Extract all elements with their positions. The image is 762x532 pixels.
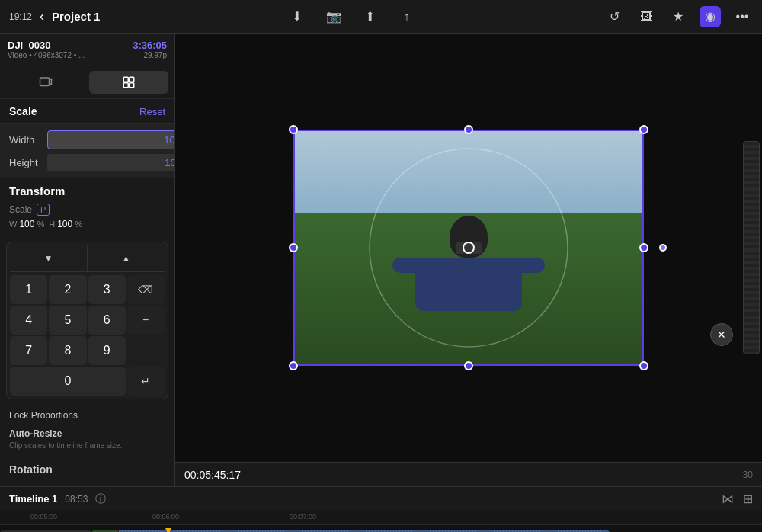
top-bar-center: ⬇ 📷 ⬆ ↑ <box>287 6 418 27</box>
handle-bottom-center[interactable] <box>464 361 473 370</box>
numpad-key-7[interactable]: 7 <box>10 336 47 365</box>
more-icon[interactable]: ••• <box>732 6 753 27</box>
scale-label: Scale <box>9 105 37 117</box>
photo-icon[interactable]: 🖼 <box>636 6 657 27</box>
timeline-icons: ⋈ ⊞ <box>722 492 753 506</box>
transform-tab[interactable] <box>89 71 169 94</box>
effects-icon[interactable]: ◉ <box>700 6 721 27</box>
ruler-mark-1: 00:05:00 <box>30 513 57 521</box>
video-tab[interactable] <box>6 71 86 94</box>
h-value: 100 <box>57 219 72 229</box>
scale-sub-label: Scale <box>9 204 32 215</box>
timeline-header: Timeline 1 08:53 ⓘ ⋈ ⊞ <box>0 487 762 511</box>
left-panel: DJI_0030 Video • 4096x3072 • ... 3:36:05… <box>0 34 175 486</box>
video-track: DJI_0030 PLAYHEAD <box>0 528 762 532</box>
back-button[interactable]: ‹ <box>40 8 44 24</box>
numpad-backspace[interactable]: ⌫ <box>127 275 165 304</box>
video-frame <box>293 130 644 366</box>
sky-area <box>293 130 644 213</box>
numpad-key-9[interactable]: 9 <box>88 336 126 365</box>
rider-jacket <box>415 258 522 311</box>
scale-h-field: H 100 % <box>49 219 82 229</box>
rider-figure <box>408 216 530 307</box>
center-area: ✕ 00:05:45:17 30 <box>175 34 762 486</box>
rotation-section: Rotation -22.5 -11.25 11.25 22.6 <box>0 457 174 486</box>
rotation-handle[interactable] <box>659 244 667 252</box>
lock-proportions-row: Lock Proportions <box>0 405 174 425</box>
numpad-key-8[interactable]: 8 <box>49 336 86 365</box>
preview-timecode-right: 30 <box>743 470 753 480</box>
numpad-key-2[interactable]: 2 <box>49 275 86 304</box>
tool-tabs <box>0 66 174 99</box>
timeline-link-icon[interactable]: ⋈ <box>722 492 734 506</box>
svg-rect-2 <box>130 77 134 82</box>
numpad-key-4[interactable]: 4 <box>10 306 47 335</box>
timeline-ruler: 00:05:00 00:06:00 00:07:00 <box>0 511 762 525</box>
svg-rect-3 <box>123 83 128 88</box>
numpad-key-1[interactable]: 1 <box>10 275 47 304</box>
timeline-add-icon[interactable]: ⊞ <box>743 492 753 506</box>
timeline-duration: 08:53 <box>65 494 88 505</box>
timeline-tracks: DJI_0030 PLAYHEAD DJI_0030 · Transform ·… <box>0 525 762 532</box>
auto-resize-title: Auto-Resize <box>9 428 165 439</box>
width-input[interactable] <box>47 130 175 149</box>
handle-middle-right[interactable] <box>639 243 648 252</box>
height-input[interactable] <box>47 154 175 171</box>
h-label: H <box>49 220 55 229</box>
download-icon[interactable]: ⬇ <box>287 6 308 27</box>
auto-resize-desc: Clip scales to timeline frame size. <box>9 441 165 450</box>
rotation-title: Rotation <box>9 463 165 476</box>
revert-icon[interactable]: ↺ <box>604 6 625 27</box>
camera-icon[interactable]: 📷 <box>323 6 344 27</box>
top-bar-right: ↺ 🖼 ★ ◉ ••• <box>604 6 753 27</box>
transform-section: Transform Scale P W 100 % H 100 % <box>0 178 174 242</box>
handle-top-right[interactable] <box>639 125 648 134</box>
w-unit: % <box>37 220 44 229</box>
numpad-grid: 1 2 3 ⌫ 4 5 6 ÷ 7 8 9 0 ↵ <box>10 275 165 396</box>
handle-top-left[interactable] <box>289 125 298 134</box>
scale-w-field: W 100 % <box>9 219 44 229</box>
w-label: W <box>9 220 17 229</box>
handle-bottom-right[interactable] <box>639 361 648 370</box>
project-title: Project 1 <box>52 10 100 23</box>
timecode-bar: 00:05:45:17 30 <box>175 462 762 486</box>
status-time: 19:12 <box>9 11 32 22</box>
height-label: Height <box>9 157 47 168</box>
numpad-key-3[interactable]: 3 <box>88 275 126 304</box>
upload-circle-icon[interactable]: ⬆ <box>360 6 381 27</box>
transform-title: Transform <box>9 184 165 197</box>
star-icon[interactable]: ★ <box>668 6 689 27</box>
top-bar-left: 19:12 ‹ Project 1 <box>9 8 100 24</box>
width-label: Width <box>9 134 47 146</box>
ruler-mark-2: 00:06:00 <box>152 513 179 521</box>
clip-info-left: DJI_0030 Video • 4096x3072 • ... <box>8 40 85 59</box>
handle-middle-left[interactable] <box>289 243 298 252</box>
numpad-down-arrow[interactable]: ▼ <box>10 245 88 271</box>
share-icon[interactable]: ↑ <box>396 6 418 27</box>
main-layout: DJI_0030 Video • 4096x3072 • ... 3:36:05… <box>0 34 762 486</box>
numpad-key-6[interactable]: 6 <box>88 306 126 335</box>
clip-meta: Video • 4096x3072 • ... <box>8 51 85 59</box>
playhead: PLAYHEAD <box>168 528 169 532</box>
scale-wh: W 100 % H 100 % <box>9 219 165 229</box>
timeline-name: Timeline 1 <box>9 493 57 505</box>
auto-resize-section: Auto-Resize Clip scales to timeline fram… <box>0 425 174 457</box>
numpad-up-arrow[interactable]: ▲ <box>88 245 165 271</box>
numpad-key-5[interactable]: 5 <box>49 306 86 335</box>
dismiss-button[interactable]: ✕ <box>710 323 733 346</box>
numpad-divide[interactable]: ÷ <box>127 306 165 335</box>
reset-button[interactable]: Reset <box>139 106 165 117</box>
clip-info: DJI_0030 Video • 4096x3072 • ... 3:36:05… <box>0 34 174 66</box>
handle-center[interactable] <box>463 242 475 254</box>
handle-bottom-left[interactable] <box>289 361 298 370</box>
svg-rect-4 <box>130 83 134 88</box>
scale-p-badge: P <box>37 204 50 216</box>
video-preview: ✕ <box>175 34 762 462</box>
timeline-info-icon[interactable]: ⓘ <box>95 492 106 506</box>
width-row: Width % <box>9 130 175 149</box>
right-dial-area <box>741 34 762 462</box>
numpad-key-0[interactable]: 0 <box>10 367 126 396</box>
rotation-slider[interactable] <box>9 482 165 486</box>
numpad-enter[interactable]: ↵ <box>127 367 165 396</box>
handle-top-center[interactable] <box>464 125 473 134</box>
